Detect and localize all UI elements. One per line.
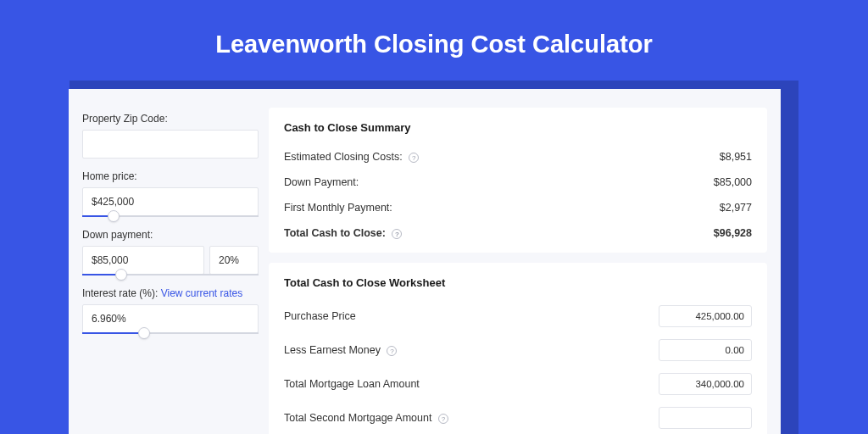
sidebar: Property Zip Code: Home price: Down paym… bbox=[82, 108, 269, 434]
worksheet-card: Total Cash to Close Worksheet Purchase P… bbox=[269, 263, 767, 434]
slider-thumb[interactable] bbox=[115, 269, 127, 281]
summary-card: Cash to Close Summary Estimated Closing … bbox=[269, 108, 767, 253]
summary-row-value: $8,951 bbox=[720, 151, 752, 163]
slider-thumb[interactable] bbox=[138, 327, 150, 339]
worksheet-row-input[interactable] bbox=[659, 407, 752, 429]
home-price-slider[interactable] bbox=[82, 215, 259, 217]
calculator-panel: Property Zip Code: Home price: Down paym… bbox=[69, 89, 781, 434]
worksheet-row-input[interactable] bbox=[659, 373, 752, 395]
summary-heading: Cash to Close Summary bbox=[284, 121, 752, 134]
slider-fill bbox=[82, 332, 144, 334]
interest-rate-label-text: Interest rate (%): bbox=[82, 287, 161, 299]
help-icon[interactable]: ? bbox=[392, 229, 402, 239]
worksheet-heading: Total Cash to Close Worksheet bbox=[284, 276, 752, 289]
label-text: Total Cash to Close: bbox=[284, 227, 386, 239]
main-column: Cash to Close Summary Estimated Closing … bbox=[269, 108, 767, 434]
down-payment-label: Down payment: bbox=[82, 229, 259, 241]
interest-rate-label: Interest rate (%): View current rates bbox=[82, 287, 259, 299]
interest-rate-slider[interactable] bbox=[82, 332, 259, 334]
help-icon[interactable]: ? bbox=[387, 346, 397, 356]
summary-total-label: Total Cash to Close: ? bbox=[284, 227, 402, 239]
summary-row-label: First Monthly Payment: bbox=[284, 202, 392, 214]
worksheet-row-label: Total Mortgage Loan Amount bbox=[284, 378, 420, 390]
summary-row-label: Estimated Closing Costs: ? bbox=[284, 151, 419, 163]
worksheet-row: Less Earnest Money ? bbox=[284, 333, 752, 367]
summary-row-value: $85,000 bbox=[714, 176, 752, 188]
worksheet-row-input[interactable] bbox=[659, 305, 752, 327]
zip-input[interactable] bbox=[82, 130, 259, 159]
summary-row: Estimated Closing Costs: ? $8,951 bbox=[284, 144, 752, 170]
summary-row-label: Down Payment: bbox=[284, 176, 359, 188]
worksheet-row: Purchase Price bbox=[284, 299, 752, 333]
summary-row-value: $2,977 bbox=[720, 202, 752, 214]
worksheet-row: Total Mortgage Loan Amount bbox=[284, 367, 752, 401]
label-text: Estimated Closing Costs: bbox=[284, 151, 403, 163]
down-payment-pct-input[interactable] bbox=[209, 246, 259, 275]
down-payment-slider[interactable] bbox=[82, 274, 259, 275]
zip-label: Property Zip Code: bbox=[82, 113, 259, 125]
help-icon[interactable]: ? bbox=[409, 153, 419, 163]
summary-row: Down Payment: $85,000 bbox=[284, 170, 752, 195]
worksheet-row-label: Less Earnest Money ? bbox=[284, 344, 397, 356]
label-text: Less Earnest Money bbox=[284, 344, 381, 356]
down-payment-input[interactable] bbox=[82, 246, 204, 275]
summary-total-row: Total Cash to Close: ? $96,928 bbox=[284, 220, 752, 246]
help-icon[interactable]: ? bbox=[438, 414, 448, 424]
interest-rate-input[interactable] bbox=[82, 304, 259, 333]
worksheet-row: Total Second Mortgage Amount ? bbox=[284, 401, 752, 434]
worksheet-row-input[interactable] bbox=[659, 339, 752, 361]
summary-total-value: $96,928 bbox=[714, 227, 752, 239]
worksheet-row-label: Total Second Mortgage Amount ? bbox=[284, 412, 448, 424]
slider-thumb[interactable] bbox=[108, 210, 120, 222]
worksheet-row-label: Purchase Price bbox=[284, 310, 356, 322]
calculator-shadow: Property Zip Code: Home price: Down paym… bbox=[70, 81, 798, 434]
summary-row: First Monthly Payment: $2,977 bbox=[284, 195, 752, 220]
page-title: Leavenworth Closing Cost Calculator bbox=[0, 0, 868, 81]
label-text: Total Second Mortgage Amount bbox=[284, 412, 431, 424]
view-rates-link[interactable]: View current rates bbox=[161, 287, 243, 299]
home-price-label: Home price: bbox=[82, 170, 259, 182]
